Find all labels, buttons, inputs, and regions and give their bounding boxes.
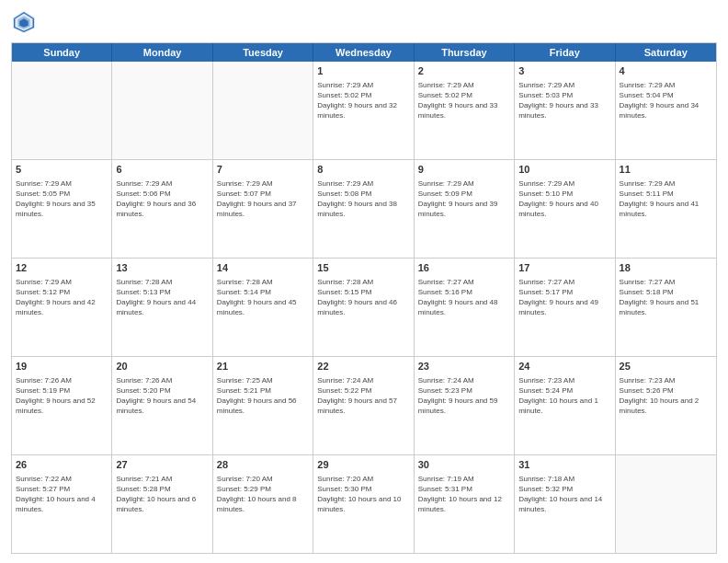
day-number: 1 [317, 64, 409, 78]
day-number: 11 [620, 163, 712, 177]
header-day-thursday: Thursday [415, 43, 515, 62]
day-info: Sunrise: 7:29 AMSunset: 5:05 PMDaylight:… [16, 178, 108, 220]
day-info: Sunrise: 7:24 AMSunset: 5:23 PMDaylight:… [418, 375, 510, 417]
calendar-row-1: 1Sunrise: 7:29 AMSunset: 5:02 PMDaylight… [12, 62, 716, 159]
day-cell-21: 21Sunrise: 7:25 AMSunset: 5:21 PMDayligh… [213, 357, 313, 454]
day-info: Sunrise: 7:27 AMSunset: 5:16 PMDaylight:… [418, 277, 510, 318]
day-number: 6 [116, 163, 208, 177]
day-info: Sunrise: 7:26 AMSunset: 5:20 PMDaylight:… [116, 375, 208, 417]
day-info: Sunrise: 7:24 AMSunset: 5:22 PMDaylight:… [317, 375, 409, 417]
day-cell-12: 12Sunrise: 7:29 AMSunset: 5:12 PMDayligh… [12, 259, 112, 356]
day-number: 4 [620, 64, 712, 78]
day-cell-13: 13Sunrise: 7:28 AMSunset: 5:13 PMDayligh… [112, 259, 212, 356]
day-info: Sunrise: 7:28 AMSunset: 5:14 PMDaylight:… [217, 277, 309, 318]
day-number: 14 [217, 261, 309, 275]
day-info: Sunrise: 7:29 AMSunset: 5:07 PMDaylight:… [217, 178, 309, 220]
day-info: Sunrise: 7:29 AMSunset: 5:12 PMDaylight:… [16, 277, 108, 318]
day-cell-5: 5Sunrise: 7:29 AMSunset: 5:05 PMDaylight… [12, 160, 112, 258]
day-cell-4: 4Sunrise: 7:29 AMSunset: 5:04 PMDaylight… [616, 62, 716, 159]
empty-cell [213, 62, 313, 159]
day-cell-23: 23Sunrise: 7:24 AMSunset: 5:23 PMDayligh… [415, 357, 515, 454]
calendar-header: SundayMondayTuesdayWednesdayThursdayFrid… [12, 43, 716, 62]
day-cell-26: 26Sunrise: 7:22 AMSunset: 5:27 PMDayligh… [12, 455, 112, 553]
day-info: Sunrise: 7:27 AMSunset: 5:17 PMDaylight:… [518, 277, 610, 318]
day-number: 2 [418, 64, 510, 78]
day-cell-16: 16Sunrise: 7:27 AMSunset: 5:16 PMDayligh… [415, 259, 515, 356]
header-day-sunday: Sunday [12, 43, 112, 62]
day-number: 8 [317, 163, 409, 177]
day-cell-3: 3Sunrise: 7:29 AMSunset: 5:03 PMDaylight… [515, 62, 615, 159]
day-info: Sunrise: 7:19 AMSunset: 5:31 PMDaylight:… [418, 474, 510, 515]
day-cell-15: 15Sunrise: 7:28 AMSunset: 5:15 PMDayligh… [313, 259, 414, 356]
day-info: Sunrise: 7:22 AMSunset: 5:27 PMDaylight:… [16, 474, 108, 515]
day-number: 10 [518, 163, 610, 177]
day-info: Sunrise: 7:29 AMSunset: 5:06 PMDaylight:… [116, 178, 208, 220]
day-cell-17: 17Sunrise: 7:27 AMSunset: 5:17 PMDayligh… [515, 259, 615, 356]
day-number: 22 [317, 360, 409, 373]
day-cell-11: 11Sunrise: 7:29 AMSunset: 5:11 PMDayligh… [616, 160, 716, 258]
day-cell-29: 29Sunrise: 7:20 AMSunset: 5:30 PMDayligh… [313, 455, 414, 553]
empty-cell [12, 62, 112, 159]
empty-cell [112, 62, 212, 159]
header-day-saturday: Saturday [616, 43, 716, 62]
day-cell-27: 27Sunrise: 7:21 AMSunset: 5:28 PMDayligh… [112, 455, 212, 553]
day-number: 31 [518, 458, 610, 472]
day-info: Sunrise: 7:29 AMSunset: 5:09 PMDaylight:… [418, 178, 510, 220]
calendar-body: 1Sunrise: 7:29 AMSunset: 5:02 PMDaylight… [12, 62, 716, 553]
day-cell-9: 9Sunrise: 7:29 AMSunset: 5:09 PMDaylight… [415, 160, 515, 258]
calendar-row-5: 26Sunrise: 7:22 AMSunset: 5:27 PMDayligh… [12, 454, 716, 553]
day-info: Sunrise: 7:20 AMSunset: 5:30 PMDaylight:… [317, 474, 409, 515]
day-number: 12 [16, 261, 108, 275]
day-number: 30 [418, 458, 510, 472]
day-info: Sunrise: 7:21 AMSunset: 5:28 PMDaylight:… [116, 474, 208, 515]
day-number: 3 [518, 64, 610, 78]
day-number: 19 [16, 360, 108, 373]
header-day-monday: Monday [112, 43, 212, 62]
day-info: Sunrise: 7:29 AMSunset: 5:11 PMDaylight:… [620, 178, 712, 220]
day-number: 17 [518, 261, 610, 275]
day-number: 20 [116, 360, 208, 373]
day-info: Sunrise: 7:25 AMSunset: 5:21 PMDaylight:… [217, 375, 309, 417]
calendar-row-3: 12Sunrise: 7:29 AMSunset: 5:12 PMDayligh… [12, 258, 716, 356]
logo-icon [11, 9, 37, 35]
logo [11, 9, 40, 35]
day-cell-19: 19Sunrise: 7:26 AMSunset: 5:19 PMDayligh… [12, 357, 112, 454]
day-cell-2: 2Sunrise: 7:29 AMSunset: 5:02 PMDaylight… [415, 62, 515, 159]
day-info: Sunrise: 7:23 AMSunset: 5:26 PMDaylight:… [620, 375, 712, 417]
calendar-row-2: 5Sunrise: 7:29 AMSunset: 5:05 PMDaylight… [12, 159, 716, 258]
day-info: Sunrise: 7:23 AMSunset: 5:24 PMDaylight:… [518, 375, 610, 417]
day-info: Sunrise: 7:29 AMSunset: 5:04 PMDaylight:… [620, 80, 712, 121]
day-number: 25 [620, 360, 712, 373]
day-info: Sunrise: 7:28 AMSunset: 5:13 PMDaylight:… [116, 277, 208, 318]
header-day-friday: Friday [515, 43, 615, 62]
day-cell-1: 1Sunrise: 7:29 AMSunset: 5:02 PMDaylight… [313, 62, 414, 159]
day-cell-30: 30Sunrise: 7:19 AMSunset: 5:31 PMDayligh… [415, 455, 515, 553]
day-cell-14: 14Sunrise: 7:28 AMSunset: 5:14 PMDayligh… [213, 259, 313, 356]
day-cell-7: 7Sunrise: 7:29 AMSunset: 5:07 PMDaylight… [213, 160, 313, 258]
empty-cell [616, 455, 716, 553]
day-number: 23 [418, 360, 510, 373]
header-day-tuesday: Tuesday [213, 43, 313, 62]
day-info: Sunrise: 7:29 AMSunset: 5:02 PMDaylight:… [317, 80, 409, 121]
day-cell-31: 31Sunrise: 7:18 AMSunset: 5:32 PMDayligh… [515, 455, 615, 553]
header-day-wednesday: Wednesday [313, 43, 414, 62]
calendar-page: SundayMondayTuesdayWednesdayThursdayFrid… [0, 0, 728, 563]
day-number: 5 [16, 163, 108, 177]
day-number: 9 [418, 163, 510, 177]
day-cell-20: 20Sunrise: 7:26 AMSunset: 5:20 PMDayligh… [112, 357, 212, 454]
day-info: Sunrise: 7:26 AMSunset: 5:19 PMDaylight:… [16, 375, 108, 417]
day-cell-6: 6Sunrise: 7:29 AMSunset: 5:06 PMDaylight… [112, 160, 212, 258]
day-info: Sunrise: 7:29 AMSunset: 5:02 PMDaylight:… [418, 80, 510, 121]
day-number: 15 [317, 261, 409, 275]
day-number: 24 [518, 360, 610, 373]
day-cell-22: 22Sunrise: 7:24 AMSunset: 5:22 PMDayligh… [313, 357, 414, 454]
day-cell-8: 8Sunrise: 7:29 AMSunset: 5:08 PMDaylight… [313, 160, 414, 258]
calendar-row-4: 19Sunrise: 7:26 AMSunset: 5:19 PMDayligh… [12, 356, 716, 454]
day-info: Sunrise: 7:29 AMSunset: 5:03 PMDaylight:… [518, 80, 610, 121]
day-info: Sunrise: 7:18 AMSunset: 5:32 PMDaylight:… [518, 474, 610, 515]
day-number: 21 [217, 360, 309, 373]
day-number: 28 [217, 458, 309, 472]
day-info: Sunrise: 7:20 AMSunset: 5:29 PMDaylight:… [217, 474, 309, 515]
day-number: 27 [116, 458, 208, 472]
day-cell-25: 25Sunrise: 7:23 AMSunset: 5:26 PMDayligh… [616, 357, 716, 454]
